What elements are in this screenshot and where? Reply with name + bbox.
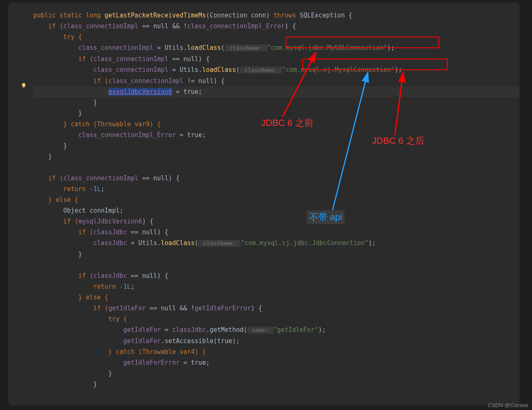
annotation-no-api: 不带 api: [307, 210, 345, 224]
editor-gutter: [8, 2, 29, 405]
code-content: public static long getLastPacketReceived…: [8, 2, 520, 390]
watermark: CSDN @Coinker: [488, 402, 529, 408]
svg-rect-0: [22, 87, 25, 88]
code-editor[interactable]: public static long getLastPacketReceived…: [8, 2, 520, 405]
annotation-jdbc-before: JDBC 6 之前: [261, 117, 313, 129]
annotation-jdbc-after: JDBC 6 之后: [372, 135, 424, 147]
lightbulb-icon[interactable]: [21, 83, 27, 88]
